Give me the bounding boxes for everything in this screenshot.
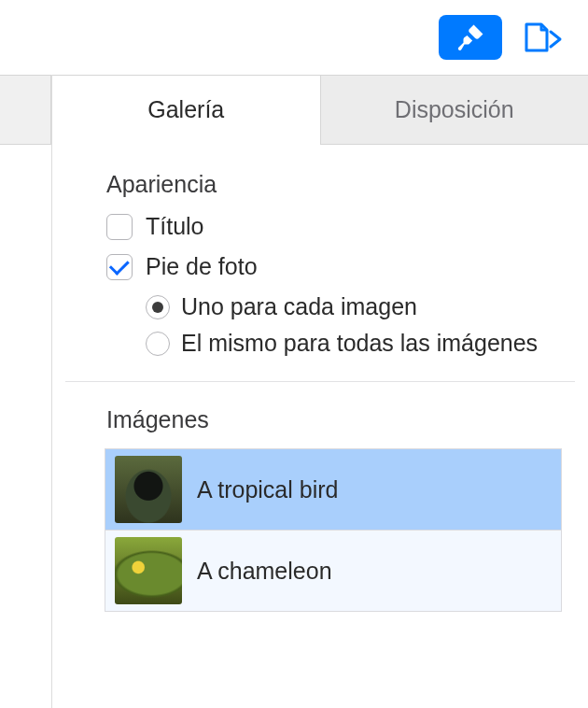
tab-gallery[interactable]: Galería [52, 75, 320, 145]
inspector-panel: Galería Disposición Apariencia Título Pi… [0, 75, 588, 708]
image-thumbnail [115, 456, 182, 523]
caption-checkbox-row[interactable]: Pie de foto [106, 253, 569, 280]
left-gutter-doc [0, 145, 51, 708]
image-list-item-label: A tropical bird [197, 476, 338, 503]
radio-each-image-input[interactable] [146, 295, 170, 319]
left-gutter-tab [0, 75, 51, 145]
radio-same-all-label: El mismo para todas las imágenes [181, 330, 538, 357]
page-stack-icon [519, 19, 567, 56]
document-button[interactable] [515, 15, 571, 60]
inspector-tabs: Galería Disposición [52, 75, 588, 145]
paintbrush-icon [455, 21, 486, 53]
image-list-item[interactable]: A tropical bird [105, 449, 561, 531]
toolbar [0, 0, 588, 75]
image-thumbnail [115, 537, 182, 604]
radio-each-image-label: Uno para cada imagen [181, 293, 417, 320]
caption-checkbox[interactable] [106, 254, 133, 280]
title-checkbox-row[interactable]: Título [106, 213, 569, 240]
image-list-item-label: A chameleon [197, 558, 332, 585]
image-list-item[interactable]: A chameleon [105, 531, 561, 612]
appearance-heading: Apariencia [106, 171, 569, 198]
inspector: Galería Disposición Apariencia Título Pi… [51, 75, 588, 708]
image-list: A tropical bird A chameleon [105, 448, 562, 612]
tab-layout[interactable]: Disposición [320, 75, 589, 145]
appearance-section: Apariencia Título Pie de foto Uno para c… [52, 145, 588, 357]
radio-same-all[interactable]: El mismo para todas las imágenes [146, 330, 569, 357]
images-section: Imágenes A tropical bird A chameleon [52, 382, 588, 612]
radio-each-image[interactable]: Uno para cada imagen [146, 293, 569, 320]
title-checkbox-label: Título [146, 213, 204, 240]
radio-same-all-input[interactable] [146, 332, 170, 356]
caption-radio-group: Uno para cada imagen El mismo para todas… [106, 293, 569, 357]
format-button[interactable] [439, 15, 502, 60]
caption-checkbox-label: Pie de foto [146, 253, 258, 280]
title-checkbox[interactable] [106, 214, 133, 240]
images-heading: Imágenes [106, 406, 569, 433]
